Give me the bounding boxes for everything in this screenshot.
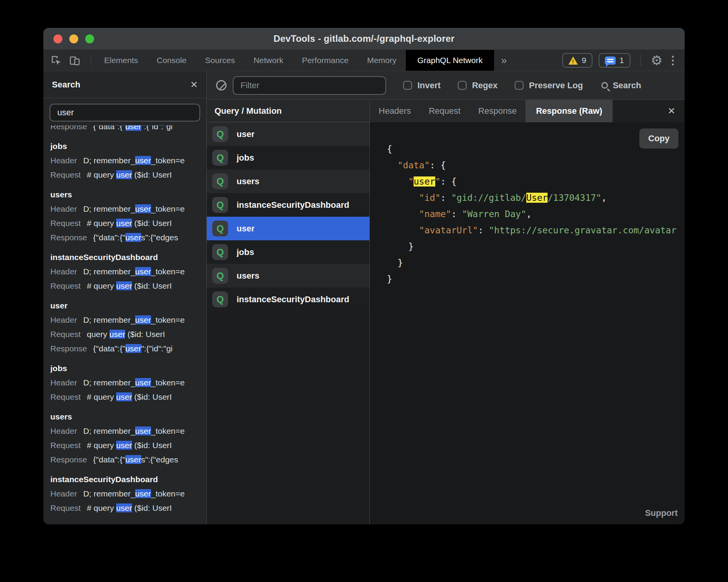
search-panel-close-icon[interactable]: ✕ — [190, 79, 198, 90]
search-text-segment: _token=e — [151, 426, 185, 435]
more-tabs-chevron-icon[interactable]: » — [494, 50, 513, 71]
search-text-segment: _token=e — [151, 267, 185, 276]
json-token: /13704317" — [548, 193, 601, 203]
search-result-label: Request — [50, 501, 81, 515]
support-link[interactable]: Support — [645, 508, 678, 518]
query-list-item-label: users — [237, 176, 259, 187]
query-list-item-instancesecuritydashboard[interactable]: QinstanceSecurityDashboard — [207, 193, 369, 217]
query-list-item-users[interactable]: Qusers — [207, 169, 369, 193]
devtools-toolbar: ElementsConsoleSourcesNetworkPerformance… — [43, 50, 685, 71]
devtools-tabs: ElementsConsoleSourcesNetworkPerformance… — [95, 50, 494, 71]
checkbox-box-invert[interactable] — [403, 81, 412, 90]
tab-elements[interactable]: Elements — [95, 50, 148, 71]
query-type-badge: Q — [212, 244, 228, 260]
tab-performance[interactable]: Performance — [293, 50, 358, 71]
clear-log-icon[interactable] — [216, 80, 227, 91]
detail-tab-response-raw[interactable]: Response (Raw) — [525, 100, 613, 122]
search-result-row[interactable]: Request# query user ($id: UserI — [50, 501, 206, 515]
search-text-segment: D; remember_ — [83, 156, 135, 165]
search-result-label: Response — [50, 341, 87, 356]
search-text-segment: ($id: UserI — [132, 281, 172, 290]
search-match-highlight: user — [135, 489, 151, 498]
search-input[interactable] — [50, 104, 200, 122]
search-toggle[interactable]: Search — [601, 80, 641, 91]
query-list-item-users[interactable]: Qusers — [207, 264, 369, 288]
filter-input[interactable] — [233, 76, 386, 95]
detail-tab-request[interactable]: Request — [420, 100, 469, 122]
search-result-row[interactable]: Response{"data":{"users":{"edges — [50, 452, 206, 467]
search-match-highlight: user — [135, 204, 151, 213]
checkbox-preserve-log[interactable]: Preserve Log — [515, 80, 583, 91]
json-line: "name": "Warren Day", — [387, 206, 685, 222]
search-result-row[interactable]: HeaderD; remember_user_token=e — [50, 375, 206, 390]
search-panel-title: Search — [52, 80, 80, 90]
json-token: { — [441, 160, 446, 170]
kebab-menu-icon[interactable] — [672, 60, 674, 62]
search-result-row[interactable]: Requestquery user ($id: UserI — [50, 327, 206, 341]
search-result-text: # query user ($id: UserI — [87, 390, 172, 404]
issues-badge[interactable]: 1 — [599, 53, 630, 68]
response-raw-view: Copy { "data": { "user": { "id": "gid://… — [370, 122, 685, 524]
warnings-badge[interactable]: ! 9 — [562, 53, 592, 68]
search-result-row[interactable]: Response{"data":{"user":{"id":"gi — [50, 125, 173, 134]
checkbox-box-regex[interactable] — [458, 81, 467, 90]
json-token: : — [478, 225, 489, 235]
search-result-row[interactable]: Response{"data":{"users":{"edges — [50, 230, 206, 245]
search-result-row[interactable]: HeaderD; remember_user_token=e — [50, 486, 206, 501]
settings-gear-icon[interactable]: ⚙ — [651, 54, 663, 67]
search-result-label: Response — [50, 230, 87, 245]
query-list-item-user[interactable]: Quser — [207, 122, 369, 146]
search-result-row[interactable]: HeaderD; remember_user_token=e — [50, 424, 206, 438]
search-result-text: # query user ($id: UserI — [87, 168, 172, 182]
search-result-label: Request — [50, 438, 81, 452]
inspect-element-icon[interactable] — [50, 54, 63, 67]
query-list-item-instancesecuritydashboard[interactable]: QinstanceSecurityDashboard — [207, 288, 369, 311]
json-token — [387, 225, 419, 235]
search-text-segment: ":{"id":"gi — [141, 344, 173, 353]
tab-console[interactable]: Console — [148, 50, 196, 71]
detail-close-icon[interactable]: ✕ — [658, 100, 685, 122]
search-text-segment: D; remember_ — [83, 204, 135, 213]
tab-sources[interactable]: Sources — [196, 50, 244, 71]
search-text-segment: ($id: UserI — [132, 503, 172, 512]
search-text-segment: _token=e — [151, 378, 185, 387]
detail-tab-headers[interactable]: Headers — [370, 100, 420, 122]
search-match-highlight: user — [116, 392, 132, 401]
json-response: { "data": { "user": { "id": "gid://gitla… — [370, 122, 685, 287]
detail-tab-response[interactable]: Response — [469, 100, 525, 122]
query-list-item-jobs[interactable]: Qjobs — [207, 146, 369, 169]
json-token: , — [601, 193, 607, 203]
search-result-row[interactable]: Request# query user ($id: UserI — [50, 438, 206, 452]
json-token: "gid://gitlab/ — [451, 193, 526, 203]
tab-network[interactable]: Network — [244, 50, 293, 71]
checkbox-regex[interactable]: Regex — [458, 80, 498, 91]
search-result-row[interactable]: HeaderD; remember_user_token=e — [50, 153, 206, 168]
tab-memory[interactable]: Memory — [358, 50, 406, 71]
device-toolbar-icon[interactable] — [68, 54, 81, 67]
copy-button[interactable]: Copy — [639, 128, 678, 149]
search-result-row[interactable]: HeaderD; remember_user_token=e — [50, 313, 206, 327]
checkbox-box-preserve-log[interactable] — [515, 81, 524, 90]
search-result-label: Request — [50, 390, 81, 404]
search-result-label: Response — [50, 125, 87, 134]
search-result-label: Header — [50, 202, 77, 216]
json-token: " — [435, 176, 441, 187]
search-result-row[interactable]: HeaderD; remember_user_token=e — [50, 264, 206, 279]
search-result-row[interactable]: Request# query user ($id: UserI — [50, 390, 206, 404]
search-result-row[interactable]: HeaderD; remember_user_token=e — [50, 202, 206, 216]
json-token: "data" — [398, 160, 430, 170]
search-result-text: {"data":{"user":{"id":"gi — [93, 341, 173, 356]
search-result-row[interactable]: Request# query user ($id: UserI — [50, 279, 206, 293]
search-result-row[interactable]: Request# query user ($id: UserI — [50, 168, 206, 182]
window-title: DevTools - gitlab.com/-/graphql-explorer — [43, 33, 685, 44]
devtools-window: DevTools - gitlab.com/-/graphql-explorer — [43, 28, 685, 524]
checkbox-label-preserve-log: Preserve Log — [529, 80, 583, 91]
search-result-row[interactable]: Response{"data":{"user":{"id":"gi — [50, 341, 206, 356]
query-list-item-jobs[interactable]: Qjobs — [207, 240, 369, 264]
search-result-group: jobsHeaderD; remember_user_token=eReques… — [50, 139, 206, 182]
search-result-row[interactable]: Request# query user ($id: UserI — [50, 216, 206, 230]
tab-graphql-network[interactable]: GraphQL Network — [406, 50, 494, 71]
search-result-group-title: user — [50, 298, 206, 313]
checkbox-invert[interactable]: Invert — [403, 80, 441, 91]
query-list-item-user[interactable]: Quser — [207, 217, 369, 240]
